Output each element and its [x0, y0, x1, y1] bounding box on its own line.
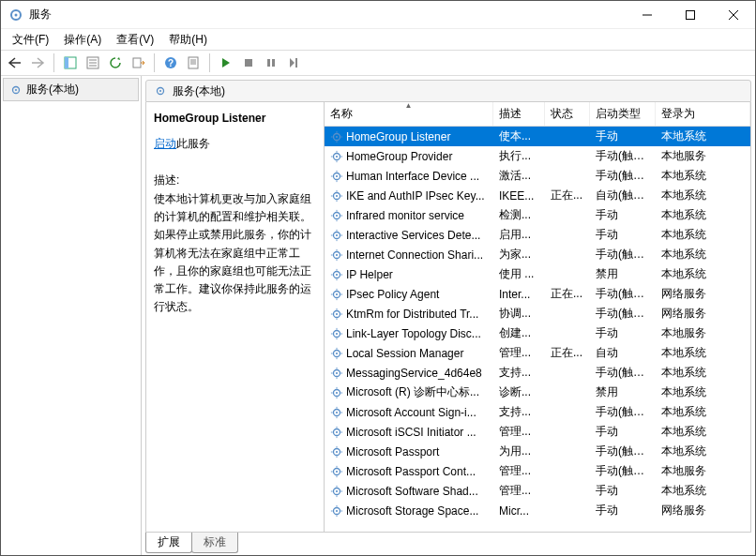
start-service-button[interactable] [216, 53, 236, 73]
service-row[interactable]: Microsoft iSCSI Initiator ...管理...手动本地系统 [325, 422, 750, 442]
service-row[interactable]: Microsoft Passport Cont...管理...手动(触发...本… [325, 461, 750, 481]
menu-view[interactable]: 查看(V) [109, 30, 161, 50]
maximize-button[interactable] [669, 1, 712, 29]
column-startup[interactable]: 启动类型 [590, 102, 656, 126]
service-row[interactable]: HomeGroup Listener使本...手动本地系统 [325, 127, 750, 146]
svg-point-88 [336, 332, 338, 334]
service-name: IPsec Policy Agent [346, 288, 439, 301]
service-startup: 禁用 [590, 266, 656, 282]
show-hide-tree-button[interactable] [60, 53, 81, 73]
service-row[interactable]: Microsoft Storage Space...Micr...手动网络服务 [325, 501, 750, 520]
service-row[interactable]: Link-Layer Topology Disc...创建...手动本地服务 [325, 323, 750, 343]
service-startup: 手动(触发... [590, 247, 656, 263]
stop-service-button[interactable] [238, 53, 259, 73]
svg-point-94 [336, 352, 338, 353]
service-row[interactable]: Microsoft Account Sign-i...支持...手动(触发...… [325, 402, 750, 422]
help-button[interactable]: ? [160, 53, 181, 73]
tree-root-item[interactable]: 服务(本地) [3, 78, 139, 101]
tab-extended[interactable]: 扩展 [145, 533, 192, 553]
service-startup: 手动 [590, 128, 656, 144]
service-desc: 支持... [493, 404, 545, 420]
pause-service-button[interactable] [261, 53, 281, 73]
forward-button[interactable] [27, 53, 48, 73]
services-list[interactable]: 名称▲ 描述 状态 启动类型 登录为 HomeGroup Listener使本.… [325, 102, 750, 532]
menubar: 文件(F) 操作(A) 查看(V) 帮助(H) [1, 29, 755, 50]
service-row[interactable]: Internet Connection Shari...为家...手动(触发..… [325, 245, 750, 264]
service-name: IP Helper [346, 268, 393, 281]
services-icon [9, 83, 23, 97]
service-desc: 启用... [493, 227, 545, 243]
service-row[interactable]: Microsoft (R) 诊断中心标...诊断...禁用本地系统 [325, 383, 750, 402]
description-label: 描述: [154, 173, 314, 188]
service-row[interactable]: Human Interface Device ...激活...手动(触发...本… [325, 166, 750, 186]
properties-page-button[interactable] [183, 53, 204, 73]
service-icon [330, 308, 343, 321]
close-button[interactable] [712, 1, 755, 29]
service-desc: 创建... [493, 325, 545, 341]
client-area: 服务(本地) 服务(本地) HomeGroup Listener 启动此服务 描… [1, 76, 755, 555]
svg-rect-21 [272, 59, 275, 67]
svg-rect-12 [133, 58, 141, 68]
service-icon [330, 445, 343, 458]
service-desc: 使本... [493, 128, 545, 144]
service-icon [330, 268, 343, 281]
service-name: Microsoft Software Shad... [346, 485, 478, 498]
service-row[interactable]: Infrared monitor service检测...手动本地系统 [325, 205, 750, 225]
properties-button[interactable] [83, 53, 103, 73]
svg-point-100 [336, 371, 338, 373]
service-row[interactable]: Microsoft Passport为用...手动(触发...本地系统 [325, 442, 750, 461]
service-row[interactable]: IKE and AuthIP IPsec Key...IKEE...正在...自… [325, 186, 750, 205]
toolbar-separator [209, 53, 210, 72]
service-startup: 自动 [590, 345, 656, 361]
refresh-button[interactable] [105, 53, 126, 73]
back-button[interactable] [5, 53, 25, 73]
service-row[interactable]: Microsoft Software Shad...管理...手动本地系统 [325, 481, 750, 501]
column-desc[interactable]: 描述 [493, 102, 545, 126]
service-row[interactable]: KtmRm for Distributed Tr...协调...手动(触发...… [325, 304, 750, 323]
detail-pane: HomeGroup Listener 启动此服务 描述: 使本地计算机更改与加入… [146, 102, 325, 532]
service-desc: 为家... [493, 247, 545, 263]
column-status[interactable]: 状态 [545, 102, 590, 126]
menu-file[interactable]: 文件(F) [5, 30, 56, 50]
tab-standard[interactable]: 标准 [191, 533, 238, 553]
service-desc: Inter... [493, 288, 545, 301]
service-name: Interactive Services Dete... [346, 229, 480, 242]
service-row[interactable]: MessagingService_4d64e8支持...手动(触发...本地系统 [325, 363, 750, 383]
detail-title: HomeGroup Listener [154, 112, 314, 125]
service-icon [330, 288, 343, 301]
svg-text:?: ? [168, 58, 174, 68]
service-startup: 手动 [590, 227, 656, 243]
service-row[interactable]: HomeGroup Provider执行...手动(触发...本地服务 [325, 146, 750, 166]
menu-action[interactable]: 操作(A) [56, 30, 109, 50]
svg-point-46 [336, 194, 338, 196]
service-startup: 手动(触发... [590, 306, 656, 322]
service-logon: 网络服务 [656, 503, 750, 518]
svg-point-24 [15, 88, 17, 90]
service-name: Link-Layer Topology Disc... [346, 327, 481, 340]
service-icon [330, 170, 343, 183]
menu-help[interactable]: 帮助(H) [161, 30, 215, 50]
export-button[interactable] [128, 53, 148, 73]
service-row[interactable]: Local Session Manager管理...正在...自动本地系统 [325, 343, 750, 363]
svg-point-76 [336, 293, 338, 294]
service-startup: 手动(触发... [590, 365, 656, 381]
service-name: Microsoft iSCSI Initiator ... [346, 426, 476, 439]
column-name[interactable]: 名称▲ [325, 102, 493, 126]
service-desc: 管理... [493, 483, 545, 499]
service-desc: 支持... [493, 365, 545, 381]
restart-service-button[interactable] [283, 53, 304, 73]
svg-point-40 [336, 174, 338, 176]
toolbar-separator [53, 53, 54, 72]
service-name: Microsoft Account Sign-i... [346, 406, 476, 419]
minimize-button[interactable] [626, 1, 669, 29]
service-startup: 手动(触发... [590, 463, 656, 479]
start-link[interactable]: 启动 [154, 137, 176, 150]
service-logon: 本地服务 [656, 463, 750, 479]
service-desc: 管理... [493, 463, 545, 479]
service-row[interactable]: IPsec Policy AgentInter...正在...手动(触发...网… [325, 284, 750, 304]
service-row[interactable]: IP Helper使用 ...禁用本地系统 [325, 264, 750, 284]
service-name: IKE and AuthIP IPsec Key... [346, 189, 485, 203]
column-logon[interactable]: 登录为 [656, 102, 750, 126]
service-name: MessagingService_4d64e8 [346, 367, 482, 380]
service-row[interactable]: Interactive Services Dete...启用...手动本地系统 [325, 225, 750, 245]
